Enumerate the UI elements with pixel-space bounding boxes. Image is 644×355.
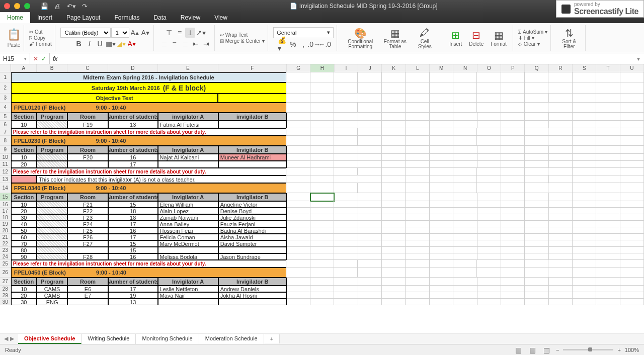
row-header[interactable]: 1: [0, 72, 11, 82]
cell[interactable]: 13: [108, 299, 158, 305]
cell[interactable]: [382, 168, 406, 175]
cell[interactable]: [525, 94, 548, 103]
cell[interactable]: [358, 278, 382, 286]
copy-button[interactable]: ⎘Copy: [29, 35, 52, 41]
cell[interactable]: [477, 240, 501, 247]
cell[interactable]: [525, 299, 548, 305]
cell[interactable]: [334, 234, 358, 240]
wrap-text-button[interactable]: ↩ Wrap Text: [220, 32, 265, 38]
cell[interactable]: [548, 183, 572, 193]
col-header-I[interactable]: I: [335, 64, 358, 72]
cell[interactable]: [620, 146, 644, 154]
cell[interactable]: [453, 128, 477, 136]
ribbon-tab-formulas[interactable]: Formulas: [107, 12, 146, 23]
cell[interactable]: [620, 292, 644, 299]
col-header-O[interactable]: O: [477, 64, 501, 72]
cell[interactable]: [430, 221, 453, 227]
cell[interactable]: [382, 175, 406, 183]
cell[interactable]: [287, 121, 310, 128]
cell[interactable]: [406, 234, 429, 240]
cell[interactable]: [406, 299, 429, 305]
row-header[interactable]: 30: [0, 299, 11, 305]
cell[interactable]: [430, 175, 453, 183]
cell[interactable]: [620, 278, 644, 286]
cell[interactable]: [620, 234, 644, 240]
col-header-R[interactable]: R: [549, 64, 573, 72]
cell[interactable]: [573, 154, 596, 161]
cell[interactable]: [549, 193, 573, 201]
cell[interactable]: [334, 136, 358, 146]
cell[interactable]: [406, 268, 429, 278]
zoom-out-button[interactable]: −: [556, 347, 559, 353]
cell[interactable]: 15: [108, 201, 158, 208]
cell[interactable]: [310, 154, 334, 161]
cell[interactable]: [573, 82, 596, 94]
cell[interactable]: [334, 94, 358, 103]
cell[interactable]: [501, 113, 525, 121]
cell[interactable]: [573, 193, 596, 201]
cell[interactable]: [501, 240, 525, 247]
color-note[interactable]: This color indicates that this invigilat…: [37, 175, 286, 183]
cell[interactable]: [358, 193, 382, 201]
cell[interactable]: [218, 94, 286, 103]
cell[interactable]: [310, 175, 334, 183]
print-icon[interactable]: 🖨: [54, 3, 61, 10]
cell[interactable]: [382, 240, 406, 247]
row-header[interactable]: 23: [0, 247, 11, 253]
block-title[interactable]: FPEL0340 (F Block)9:00 - 10:40: [11, 183, 287, 193]
cell[interactable]: Jokha Al Hosni: [218, 292, 287, 299]
cell[interactable]: [406, 278, 429, 286]
cell[interactable]: E7: [67, 292, 108, 299]
cell[interactable]: [37, 227, 67, 234]
cell[interactable]: [430, 72, 453, 82]
cell[interactable]: [548, 260, 572, 268]
sheet-tab-moderation-schedule[interactable]: Moderation Schedule: [199, 334, 264, 344]
cell[interactable]: [501, 168, 525, 175]
cell[interactable]: [358, 208, 382, 214]
cell[interactable]: [525, 146, 548, 154]
font-family-select[interactable]: Calibri (Body): [60, 28, 111, 38]
cell[interactable]: [477, 260, 501, 268]
col-header-N[interactable]: N: [453, 64, 477, 72]
cell[interactable]: [358, 253, 382, 260]
cell[interactable]: David Sumpter: [218, 240, 287, 247]
block-title[interactable]: FPEL0120 (F Block)9:00 - 10:40: [11, 103, 287, 113]
cell[interactable]: [573, 278, 596, 286]
cell[interactable]: [287, 240, 310, 247]
cell[interactable]: Najat Al Kalbani: [158, 154, 218, 161]
cell[interactable]: Leslie Nettleton: [158, 286, 218, 292]
decrease-indent-icon[interactable]: ⇤: [191, 39, 201, 49]
cell[interactable]: 15: [108, 240, 158, 247]
cell[interactable]: F22: [67, 208, 108, 214]
cell[interactable]: [620, 286, 644, 292]
cell[interactable]: [453, 286, 477, 292]
cell[interactable]: [310, 113, 334, 121]
cell[interactable]: [430, 260, 453, 268]
col-header-G[interactable]: G: [287, 64, 310, 72]
cell[interactable]: [596, 82, 620, 94]
row-header[interactable]: 19: [0, 221, 11, 227]
cell[interactable]: [549, 208, 573, 214]
cell[interactable]: [477, 183, 501, 193]
cell[interactable]: 16: [108, 227, 158, 234]
cell[interactable]: [358, 268, 381, 278]
row-header[interactable]: 10: [0, 154, 11, 161]
cell[interactable]: [620, 161, 644, 168]
row-header[interactable]: 7: [0, 128, 11, 136]
view-layout-icon[interactable]: ▤: [528, 345, 538, 355]
cell[interactable]: [501, 154, 525, 161]
cell[interactable]: [596, 154, 620, 161]
cell[interactable]: [67, 161, 108, 168]
cell[interactable]: [37, 201, 67, 208]
cell[interactable]: Julie Zdanoski: [218, 214, 287, 221]
cell[interactable]: [477, 268, 501, 278]
cell[interactable]: [501, 183, 525, 193]
cell[interactable]: [453, 103, 477, 113]
cell[interactable]: [406, 168, 429, 175]
cell[interactable]: [620, 221, 644, 227]
cell[interactable]: [406, 227, 429, 234]
cell[interactable]: [453, 82, 477, 94]
cell[interactable]: [501, 253, 525, 260]
table-header[interactable]: Number of students: [108, 113, 158, 121]
cell[interactable]: [573, 240, 596, 247]
